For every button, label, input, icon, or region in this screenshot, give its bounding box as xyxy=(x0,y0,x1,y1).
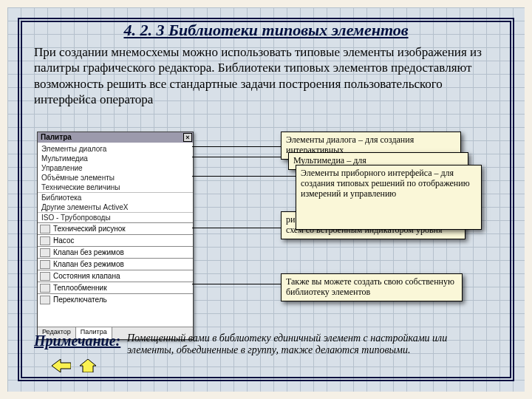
item-icon xyxy=(40,260,50,269)
list-item[interactable]: Насос xyxy=(38,234,193,246)
item-label: Переключатель xyxy=(53,294,107,305)
footer-text: Помещенный вами в библиотеку единичный э… xyxy=(127,332,495,356)
item-label: Насос xyxy=(53,235,74,246)
list-item[interactable]: Другие элементы ActiveX xyxy=(38,202,193,212)
palette-window: Палитра × Элементы диалога Мультимедиа У… xyxy=(37,132,194,340)
list-item[interactable]: ISO - Трубопроводы xyxy=(38,212,193,222)
item-icon xyxy=(40,296,50,304)
palette-title: Палитра xyxy=(41,133,72,141)
item-label: Технический рисунок xyxy=(53,223,126,234)
list-item[interactable]: Состояния клапана xyxy=(38,270,193,282)
svg-marker-0 xyxy=(52,359,71,372)
list-item[interactable]: Библиотека xyxy=(38,192,193,202)
item-icon xyxy=(40,236,50,245)
item-label: Клапан без режимов xyxy=(53,259,124,270)
svg-marker-1 xyxy=(80,359,96,372)
list-item[interactable]: Мультимедиа xyxy=(38,154,193,163)
item-icon xyxy=(40,248,50,257)
list-item[interactable]: Переключатель xyxy=(38,293,193,305)
body-paragraph: При создании мнемосхемы можно использова… xyxy=(34,44,498,107)
page-title: 4. 2. 3 Библиотеки типовых элементов xyxy=(34,21,498,40)
item-icon xyxy=(40,272,50,281)
list-item[interactable]: Технические величины xyxy=(38,183,193,192)
list-item[interactable]: Элементы диалога xyxy=(38,144,193,154)
list-item[interactable]: Технический рисунок xyxy=(38,222,193,234)
list-item[interactable]: Клапан без режимов xyxy=(38,246,193,258)
item-label: Теплообменник xyxy=(53,282,107,293)
callout-box: Элементы приборного интерфейса – для соз… xyxy=(296,165,482,230)
list-item[interactable]: Теплообменник xyxy=(38,282,193,293)
palette-item-list: Элементы диалога Мультимедиа Управление … xyxy=(38,143,193,307)
list-item[interactable]: Клапан без режимов xyxy=(38,258,193,270)
item-icon xyxy=(40,284,50,293)
list-item[interactable]: Объёмные элементы xyxy=(38,173,193,183)
palette-titlebar: Палитра × xyxy=(38,132,193,143)
item-label: Состояния клапана xyxy=(53,270,120,282)
callout-box: Также вы можете создать свою собственную… xyxy=(281,273,463,301)
item-icon xyxy=(40,225,50,233)
footer-label: Примечание: xyxy=(34,332,124,349)
arrow-left-icon[interactable] xyxy=(52,359,71,372)
item-label: Клапан без режимов xyxy=(53,247,124,258)
list-item[interactable]: Управление xyxy=(38,163,193,173)
home-icon[interactable] xyxy=(80,359,96,372)
close-icon[interactable]: × xyxy=(183,133,192,142)
